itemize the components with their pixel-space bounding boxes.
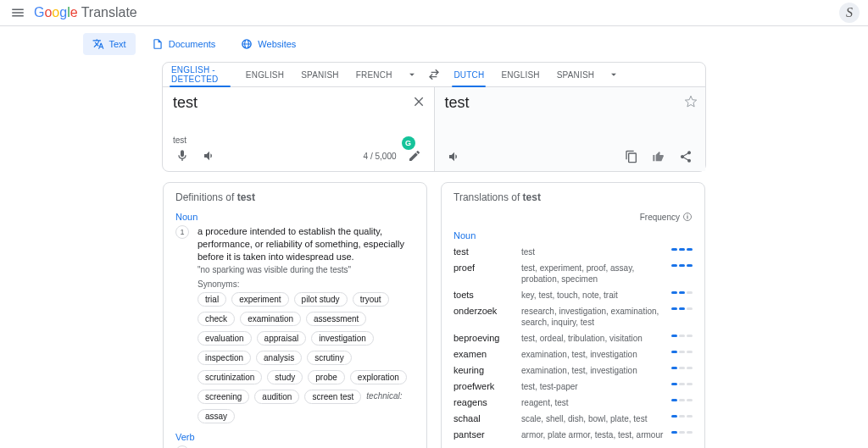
synonym-chip[interactable]: trial	[198, 292, 226, 307]
synonym-chip[interactable]: assessment	[306, 312, 366, 326]
source-lang-spanish[interactable]: SPANISH	[292, 63, 348, 86]
tab-documents[interactable]: Documents	[142, 33, 225, 55]
definition-index: 1	[175, 225, 189, 239]
synonym-chip[interactable]: examination	[240, 312, 301, 326]
translation-row[interactable]: beproevingtest, ordeal, tribulation, vis…	[453, 330, 693, 346]
target-lang-tabs: DUTCHENGLISHSPANISH	[445, 63, 705, 86]
translation-word: pantser	[453, 429, 515, 440]
info-icon[interactable]	[682, 212, 693, 222]
synonym-chip[interactable]: audition	[254, 390, 299, 404]
source-lang-english-detected[interactable]: ENGLISH - DETECTED	[163, 63, 237, 86]
listen-target-icon[interactable]	[445, 147, 464, 166]
synonym-chip[interactable]: scrutinization	[198, 370, 262, 384]
frequency-bars	[671, 413, 693, 418]
chevron-down-icon	[406, 69, 418, 80]
translation-row[interactable]: toetskey, test, touch, note, trait	[453, 287, 693, 303]
translations-heading: Translations of test	[453, 191, 693, 203]
mode-tabs: Text Documents Websites	[0, 26, 868, 62]
translate-card: ENGLISH - DETECTEDENGLISHSPANISHFRENCH D…	[162, 62, 706, 172]
pos-label: Verb	[175, 432, 415, 442]
translation-row[interactable]: keuringexamination, test, investigation	[453, 362, 693, 379]
translation-row[interactable]: proefwerktest, test-paper	[453, 379, 693, 395]
translations-panel: Translations of test Frequency Nountestt…	[441, 182, 705, 448]
translation-meanings: test, ordeal, tribulation, visitation	[521, 333, 665, 344]
synonym-chip[interactable]: probe	[308, 370, 345, 384]
source-lang-french[interactable]: FRENCH	[348, 63, 401, 86]
avatar[interactable]: S	[839, 3, 860, 23]
definition-index: 1	[175, 445, 189, 448]
synonym-chip[interactable]: appraisal	[257, 331, 307, 346]
translation-meanings: test, experiment, proof, assay, probatio…	[521, 263, 665, 285]
apps-grid-icon[interactable]	[812, 5, 827, 20]
synonym-chip[interactable]: evaluation	[198, 331, 252, 346]
share-icon[interactable]	[676, 147, 695, 166]
tab-websites-label: Websites	[258, 39, 296, 49]
google-logo: Google	[34, 5, 78, 20]
synonym-chip[interactable]: tryout	[353, 292, 389, 307]
char-count: 4 / 5,000	[364, 152, 397, 161]
source-lang-english[interactable]: ENGLISH	[237, 63, 292, 86]
target-lang-more[interactable]	[603, 69, 625, 80]
source-input[interactable]: test	[173, 94, 424, 112]
synonym-chip[interactable]: screening	[198, 390, 249, 404]
translation-word: test	[453, 246, 515, 257]
frequency-bars	[671, 333, 693, 337]
listen-source-icon[interactable]	[200, 147, 219, 165]
brand[interactable]: Google Translate	[34, 5, 137, 20]
clear-source-button[interactable]	[410, 92, 429, 111]
grammarly-badge-icon[interactable]: G	[402, 136, 415, 150]
translation-row[interactable]: onderzoekresearch, investigation, examin…	[453, 303, 693, 330]
synonym-chip[interactable]: investigation	[311, 331, 374, 346]
translation-row[interactable]: testtest	[453, 244, 693, 260]
menu-icon[interactable]	[8, 3, 27, 22]
synonyms-label: Synonyms:	[198, 279, 415, 289]
tab-text-label: Text	[109, 39, 126, 49]
save-translation-star-icon[interactable]	[682, 92, 700, 111]
synonym-chips: trialexperimentpilot studytryoutcheckexa…	[198, 292, 415, 423]
tab-websites[interactable]: Websites	[231, 33, 305, 55]
synonym-chip[interactable]: pilot study	[294, 292, 348, 307]
frequency-bars	[671, 429, 693, 434]
translation-row[interactable]: pantserarmor, plate armor, testa, test, …	[453, 427, 693, 443]
translation-meanings: test	[521, 246, 665, 257]
synonym-chip[interactable]: inspection	[198, 351, 251, 365]
mic-icon[interactable]	[173, 147, 192, 165]
copy-icon[interactable]	[622, 147, 641, 166]
tab-text[interactable]: Text	[83, 33, 136, 55]
frequency-bars	[671, 246, 693, 251]
frequency-bars	[671, 290, 693, 294]
translation-word: keuring	[453, 365, 515, 375]
app-header: Google Translate S	[0, 0, 868, 26]
target-lang-dutch[interactable]: DUTCH	[445, 63, 492, 86]
synonym-chip[interactable]: check	[198, 312, 235, 326]
translation-row[interactable]: reagensreagent, test	[453, 395, 693, 411]
frequency-header: Frequency	[453, 212, 693, 222]
translation-pos-label: Noun	[453, 230, 693, 241]
pos-label: Noun	[175, 212, 415, 222]
target-lang-spanish[interactable]: SPANISH	[548, 63, 604, 86]
synonym-chip[interactable]: analysis	[256, 351, 302, 365]
product-name: Translate	[81, 5, 137, 20]
source-lang-more[interactable]	[401, 69, 423, 80]
synonym-chip[interactable]: exploration	[350, 370, 407, 384]
translation-row[interactable]: examenexamination, test, investigation	[453, 346, 693, 362]
synonym-chip[interactable]: experiment	[231, 292, 288, 307]
synonym-chip[interactable]: screen test	[304, 390, 361, 404]
rate-translation-icon[interactable]	[649, 147, 668, 166]
translation-word: reagens	[453, 397, 515, 407]
frequency-bars	[671, 397, 693, 401]
target-lang-english[interactable]: ENGLISH	[492, 63, 548, 86]
translation-meanings: key, test, touch, note, trait	[521, 290, 665, 301]
translation-row[interactable]: proeftest, experiment, proof, assay, pro…	[453, 260, 693, 287]
target-text: test	[445, 94, 696, 112]
definition-text: a procedure intended to establish the qu…	[198, 225, 415, 263]
synonym-chip[interactable]: assay	[198, 409, 235, 423]
translation-meanings: research, investigation, examination, se…	[521, 306, 665, 328]
synonym-chip[interactable]: study	[267, 370, 303, 384]
definitions-heading: Definitions of test	[175, 191, 415, 203]
translation-row[interactable]: schaalscale, shell, dish, bowl, plate, t…	[453, 411, 693, 427]
swap-languages-button[interactable]	[424, 64, 444, 85]
tab-documents-label: Documents	[169, 39, 216, 49]
source-lang-tabs: ENGLISH - DETECTEDENGLISHSPANISHFRENCH	[163, 63, 423, 86]
synonym-chip[interactable]: scrutiny	[307, 351, 351, 365]
